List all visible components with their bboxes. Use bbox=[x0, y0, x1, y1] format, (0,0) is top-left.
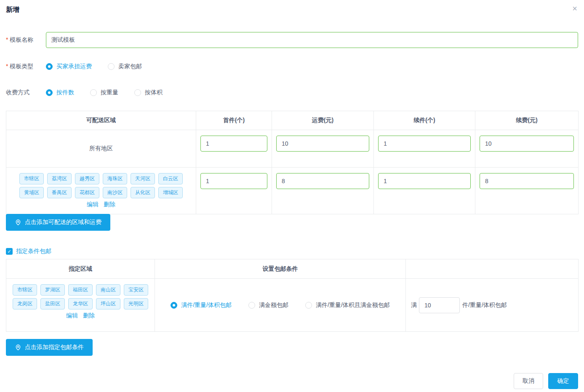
threshold-prefix: 满 bbox=[411, 301, 417, 309]
radio-unselected-icon bbox=[305, 302, 312, 309]
col-header-empty bbox=[406, 259, 579, 279]
table-row: 编辑 删除 市辖区罗湖区福田区南山区宝安区龙岗区盐田区龙华区坪山区光明区 满件/… bbox=[6, 279, 579, 332]
checkbox-checked-icon: ✓ bbox=[6, 248, 13, 255]
radio-seller-free[interactable]: 卖家包邮 bbox=[108, 63, 142, 70]
radio-unselected-icon bbox=[90, 89, 97, 96]
charge-method-label: 收费方式 bbox=[6, 89, 40, 96]
threshold-input[interactable] bbox=[419, 297, 460, 313]
region-tag[interactable]: 增城区 bbox=[158, 187, 183, 198]
next-fee-input[interactable] bbox=[480, 136, 574, 152]
first-qty-input[interactable] bbox=[200, 173, 267, 189]
region-tag[interactable]: 荔湾区 bbox=[47, 173, 72, 184]
region-tag[interactable]: 盐田区 bbox=[40, 298, 65, 309]
free-shipping-table: 指定区域 设置包邮条件 编辑 删除 市辖区罗湖区福田区南山区宝安区龙岗区盐田区龙… bbox=[6, 259, 579, 332]
radio-by-volume[interactable]: 按体积 bbox=[134, 89, 163, 96]
region-tag[interactable]: 坪山区 bbox=[96, 298, 120, 309]
region-tag-list: 编辑 删除 市辖区荔湾区越秀区海珠区天河区白云区黄埔区番禺区花都区南沙区从化区增… bbox=[10, 172, 192, 210]
location-pin-icon bbox=[15, 219, 21, 226]
col-header-next-qty: 续件(个) bbox=[374, 111, 475, 130]
radio-selected-icon bbox=[46, 89, 53, 96]
threshold-group: 满 件/重量/体积包邮 bbox=[411, 297, 578, 313]
edit-link[interactable]: 编辑 bbox=[66, 312, 78, 320]
edit-link[interactable]: 编辑 bbox=[87, 201, 99, 208]
col-header-specified-area: 指定区域 bbox=[6, 259, 155, 279]
region-tag[interactable]: 市辖区 bbox=[19, 173, 44, 184]
conditional-free-shipping-checkbox[interactable]: ✓ 指定条件包邮 bbox=[6, 248, 51, 255]
region-tag[interactable]: 天河区 bbox=[131, 173, 155, 184]
first-fee-input[interactable] bbox=[276, 173, 369, 189]
next-qty-input[interactable] bbox=[378, 136, 471, 152]
radio-unselected-icon bbox=[134, 89, 141, 96]
region-tag[interactable]: 番禺区 bbox=[47, 187, 72, 198]
radio-by-weight[interactable]: 按重量 bbox=[90, 89, 118, 96]
radio-selected-icon bbox=[46, 63, 53, 70]
free-shipping-table-header: 指定区域 设置包邮条件 bbox=[6, 259, 579, 279]
radio-qty-and-amount[interactable]: 满件/重量/体积且满金额包邮 bbox=[305, 301, 390, 309]
cancel-button[interactable]: 取消 bbox=[514, 373, 543, 389]
shipping-table-header: 可配送区域 首件(个) 运费(元) 续件(个) 续费(元) bbox=[6, 111, 579, 130]
next-qty-input[interactable] bbox=[378, 173, 471, 189]
radio-by-piece[interactable]: 按件数 bbox=[46, 89, 74, 96]
delete-link[interactable]: 删除 bbox=[104, 201, 115, 208]
col-header-first-qty: 首件(个) bbox=[196, 111, 272, 130]
template-type-label: 模板类型 bbox=[6, 63, 40, 70]
region-tag[interactable]: 光明区 bbox=[124, 298, 148, 309]
radio-amount[interactable]: 满金额包邮 bbox=[248, 301, 288, 309]
condition-radio-group: 满件/重量/体积包邮 满金额包邮 满件/重量/体积且满金额包邮 bbox=[155, 301, 405, 309]
table-row: 编辑 删除 市辖区荔湾区越秀区海珠区天河区白云区黄埔区番禺区花都区南沙区从化区增… bbox=[6, 168, 579, 214]
close-icon[interactable]: × bbox=[572, 4, 577, 13]
area-all-regions: 所有地区 bbox=[6, 130, 196, 168]
col-header-first-fee: 运费(元) bbox=[272, 111, 374, 130]
dialog-title: 新增 bbox=[6, 5, 19, 14]
template-name-row: 模板名称 bbox=[6, 32, 578, 48]
confirm-button[interactable]: 确定 bbox=[548, 373, 578, 389]
radio-qty-weight-volume[interactable]: 满件/重量/体积包邮 bbox=[171, 301, 232, 309]
region-tag[interactable]: 白云区 bbox=[158, 173, 183, 184]
first-qty-input[interactable] bbox=[200, 136, 267, 152]
region-tag[interactable]: 黄埔区 bbox=[19, 187, 44, 198]
first-fee-input[interactable] bbox=[276, 136, 369, 152]
region-tag[interactable]: 市辖区 bbox=[13, 284, 37, 296]
region-tag[interactable]: 南山区 bbox=[96, 284, 120, 296]
region-tag[interactable]: 罗湖区 bbox=[40, 284, 65, 296]
template-name-label: 模板名称 bbox=[6, 36, 40, 44]
add-condition-button[interactable]: 点击添加指定包邮条件 bbox=[6, 339, 93, 356]
radio-selected-icon bbox=[171, 302, 177, 309]
region-tag[interactable]: 海珠区 bbox=[103, 173, 127, 184]
radio-unselected-icon bbox=[108, 63, 115, 70]
col-header-area: 可配送区域 bbox=[6, 111, 196, 130]
charge-method-row: 收费方式 按件数 按重量 按体积 bbox=[6, 89, 578, 96]
delete-link[interactable]: 删除 bbox=[83, 312, 95, 320]
next-fee-input[interactable] bbox=[480, 173, 574, 189]
radio-buyer-pays[interactable]: 买家承担运费 bbox=[46, 63, 92, 70]
region-tag[interactable]: 龙华区 bbox=[68, 298, 93, 309]
table-row: 所有地区 bbox=[6, 130, 579, 168]
col-header-next-fee: 续费(元) bbox=[475, 111, 579, 130]
location-pin-icon bbox=[15, 344, 21, 351]
region-tag-list: 编辑 删除 市辖区罗湖区福田区南山区宝安区龙岗区盐田区龙华区坪山区光明区 bbox=[10, 283, 151, 321]
region-tag[interactable]: 花都区 bbox=[75, 187, 99, 198]
region-tag[interactable]: 越秀区 bbox=[75, 173, 99, 184]
region-tag[interactable]: 从化区 bbox=[131, 187, 155, 198]
template-name-input[interactable] bbox=[46, 32, 578, 48]
region-tag[interactable]: 宝安区 bbox=[124, 284, 148, 296]
shipping-table: 可配送区域 首件(个) 运费(元) 续件(个) 续费(元) 所有地区 编辑 删除… bbox=[6, 111, 579, 214]
region-tag[interactable]: 福田区 bbox=[68, 284, 93, 296]
add-area-button[interactable]: 点击添加可配送的区域和运费 bbox=[6, 214, 110, 231]
radio-unselected-icon bbox=[248, 302, 255, 309]
threshold-suffix: 件/重量/体积包邮 bbox=[462, 301, 507, 309]
template-type-radio-group: 买家承担运费 卖家包邮 bbox=[46, 63, 158, 70]
charge-method-radio-group: 按件数 按重量 按体积 bbox=[46, 89, 179, 96]
col-header-condition: 设置包邮条件 bbox=[155, 259, 406, 279]
region-tag[interactable]: 南沙区 bbox=[103, 187, 127, 198]
region-tag[interactable]: 龙岗区 bbox=[13, 298, 37, 309]
template-type-row: 模板类型 买家承担运费 卖家包邮 bbox=[6, 63, 578, 70]
